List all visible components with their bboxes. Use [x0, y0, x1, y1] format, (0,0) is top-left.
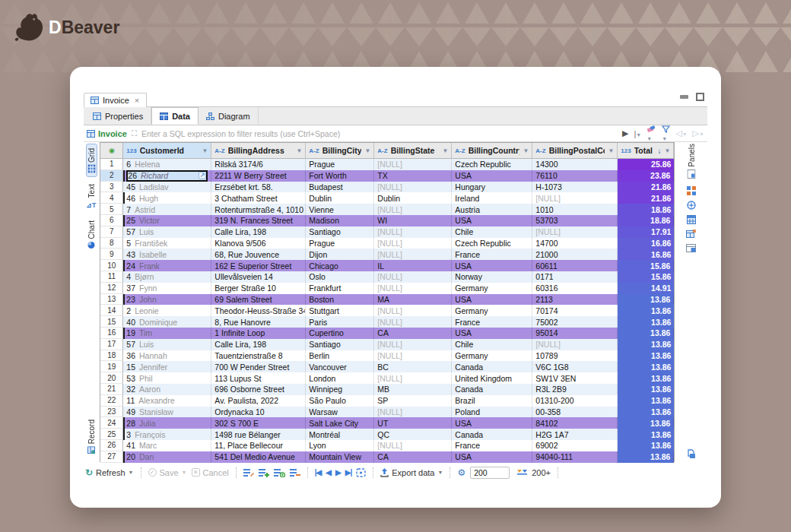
- table-row[interactable]: 16HelenaRilská 3174/6Prague[NULL]Czech R…: [100, 159, 674, 170]
- row-number[interactable]: 23: [100, 407, 123, 418]
- tab-record[interactable]: Record: [87, 416, 97, 458]
- back-icon[interactable]: ◁▼: [675, 128, 687, 138]
- cell-billingpostalcode[interactable]: 2113: [532, 294, 618, 306]
- cell-billingaddress[interactable]: 2211 W Berry Street: [211, 170, 306, 182]
- cell-billingaddress[interactable]: 3 Chatham Street: [211, 192, 306, 204]
- column-dropdown-icon[interactable]: ▼: [442, 147, 448, 154]
- cell-billingaddress[interactable]: Tauentzienstraße 8: [211, 350, 306, 362]
- cell-billingaddress[interactable]: 8, Rue Hanovre: [211, 316, 306, 328]
- cell-billingaddress[interactable]: Erzsébet krt. 58.: [211, 182, 306, 193]
- cell-billingstate[interactable]: [NULL]: [374, 316, 452, 328]
- row-number[interactable]: 6: [100, 215, 123, 226]
- row-number[interactable]: 22: [100, 395, 123, 407]
- cell-customerid[interactable]: 5František: [123, 238, 211, 249]
- cell-billingstate[interactable]: CA: [374, 451, 452, 463]
- table-row[interactable]: 2132Aaron696 Osborne StreetWinnipegMBCan…: [100, 384, 674, 395]
- table-row[interactable]: 757LuisCalle Lira, 198Santiago[NULL]Chil…: [100, 226, 674, 238]
- cell-billingaddress[interactable]: Av. Paulista, 2022: [211, 395, 306, 407]
- column-header-billingaddress[interactable]: A-ZBillingAddress▼: [211, 143, 306, 158]
- cell-billingcountry[interactable]: Canada: [452, 429, 532, 440]
- cell-billingpostalcode[interactable]: 76110: [532, 170, 618, 182]
- row-number[interactable]: 24: [100, 417, 123, 429]
- cell-billingstate[interactable]: [NULL]: [374, 159, 452, 170]
- cell-customerid[interactable]: 25Victor: [123, 215, 211, 226]
- cell-total[interactable]: 13.86: [618, 316, 674, 328]
- cell-total[interactable]: 23.86: [618, 170, 674, 182]
- references-icon[interactable]: [686, 230, 696, 239]
- cell-billingpostalcode[interactable]: H2G 1A7: [532, 429, 618, 440]
- cell-customerid[interactable]: 11Alexandre: [123, 395, 211, 407]
- value-viewer-icon[interactable]: [687, 186, 696, 195]
- cell-billingpostalcode[interactable]: 95014: [532, 328, 618, 339]
- cell-billingaddress[interactable]: Rotenturmstraße 4, 1010 Inne: [211, 204, 306, 215]
- grouping-panel-icon[interactable]: [686, 244, 696, 252]
- cell-billingcountry[interactable]: Austria: [452, 204, 532, 215]
- row-number[interactable]: 4: [100, 192, 123, 204]
- cell-billingcountry[interactable]: Hungary: [452, 182, 532, 193]
- table-row[interactable]: 1540Dominique8, Rue HanovreParis[NULL]Fr…: [100, 316, 674, 328]
- cell-billingaddress[interactable]: Berger Straße 10: [211, 283, 306, 294]
- row-number[interactable]: 9: [100, 249, 123, 260]
- column-dropdown-icon[interactable]: ▼: [296, 147, 302, 154]
- column-dropdown-icon[interactable]: ▼: [364, 147, 370, 154]
- cell-customerid[interactable]: 19Tim: [123, 328, 211, 339]
- cell-total[interactable]: 13.86: [618, 294, 674, 306]
- cell-billingaddress[interactable]: 11, Place Bellecour: [211, 440, 306, 451]
- cell-total[interactable]: 13.86: [618, 361, 674, 372]
- cell-billingaddress[interactable]: 68, Rue Jouvence: [211, 249, 306, 260]
- table-row[interactable]: 943Isabelle68, Rue JouvenceDijon[NULL]Fr…: [100, 249, 674, 260]
- cell-billingcountry[interactable]: France: [452, 440, 532, 451]
- column-dropdown-icon[interactable]: ▼: [664, 147, 670, 154]
- export-data-button[interactable]: Export data ▼: [380, 468, 443, 477]
- cell-billingpostalcode[interactable]: [NULL]: [532, 339, 618, 350]
- cell-total[interactable]: 13.86: [618, 451, 674, 463]
- metadata-icon[interactable]: [687, 201, 696, 210]
- cell-billingstate[interactable]: [NULL]: [374, 283, 452, 294]
- cell-billingaddress[interactable]: Calle Lira, 198: [211, 226, 306, 238]
- cell-billingcity[interactable]: Berlin: [306, 350, 374, 362]
- column-dropdown-icon[interactable]: ▼: [202, 147, 208, 154]
- cell-billingaddress[interactable]: 1498 rue Bélanger: [211, 429, 306, 440]
- row-number[interactable]: 7: [100, 226, 123, 238]
- tab-data[interactable]: Data: [151, 107, 199, 125]
- cell-customerid[interactable]: 40Dominique: [123, 316, 211, 328]
- row-number[interactable]: 3: [100, 182, 123, 193]
- row-number[interactable]: 17: [100, 339, 123, 350]
- cell-total[interactable]: 25.86: [618, 159, 674, 170]
- cell-billingcity[interactable]: Winnipeg: [306, 384, 374, 395]
- cell-billingstate[interactable]: [NULL]: [374, 271, 452, 283]
- cell-billingstate[interactable]: [NULL]: [374, 204, 452, 215]
- cell-billingcountry[interactable]: Canada: [452, 361, 532, 372]
- tab-panels[interactable]: Panels: [687, 144, 696, 179]
- cell-billingpostalcode[interactable]: 69002: [532, 440, 618, 451]
- cell-total[interactable]: 15.86: [618, 271, 674, 283]
- cell-billingcity[interactable]: Santiago: [306, 226, 374, 238]
- fetch-all-icon[interactable]: [517, 469, 527, 477]
- execute-icon[interactable]: ▶: [622, 128, 628, 138]
- save-button[interactable]: ✓ Save ▼: [148, 468, 187, 477]
- cell-billingcountry[interactable]: USA: [452, 260, 532, 271]
- row-number[interactable]: 13: [100, 294, 123, 306]
- cell-total[interactable]: 18.86: [618, 215, 674, 226]
- cell-billingcountry[interactable]: Germany: [452, 350, 532, 362]
- expand-icon[interactable]: ⛶: [132, 129, 137, 138]
- cell-billingstate[interactable]: WI: [374, 215, 452, 226]
- row-number[interactable]: 21: [100, 384, 123, 395]
- cell-billingpostalcode[interactable]: [NULL]: [532, 192, 618, 204]
- column-header-billingcity[interactable]: A-ZBillingCity▼: [306, 143, 374, 158]
- tab-properties[interactable]: Properties: [85, 107, 151, 125]
- cell-total[interactable]: 15.86: [618, 260, 674, 271]
- cell-billingcountry[interactable]: USA: [452, 170, 532, 182]
- cell-total[interactable]: 13.86: [618, 417, 674, 429]
- cell-customerid[interactable]: 41Marc: [123, 440, 211, 451]
- table-row[interactable]: 1619Tim1 Infinite LoopCupertinoCAUSA9501…: [100, 328, 674, 339]
- cell-billingcity[interactable]: Fort Worth: [306, 170, 374, 182]
- column-header-billingpostalcode[interactable]: A-ZBillingPostalCode▼: [532, 143, 618, 158]
- cell-billingstate[interactable]: BC: [374, 361, 452, 372]
- table-row[interactable]: 253François1498 rue BélangerMontréalQCCa…: [100, 429, 674, 440]
- cell-total[interactable]: 14.91: [618, 283, 674, 294]
- cell-billingcity[interactable]: Chicago: [306, 260, 374, 271]
- table-row[interactable]: 345LadislavErzsébet krt. 58.Budapest[NUL…: [100, 182, 674, 193]
- cell-billingcity[interactable]: São Paulo: [306, 395, 374, 407]
- cell-customerid[interactable]: 46Hugh: [123, 192, 211, 204]
